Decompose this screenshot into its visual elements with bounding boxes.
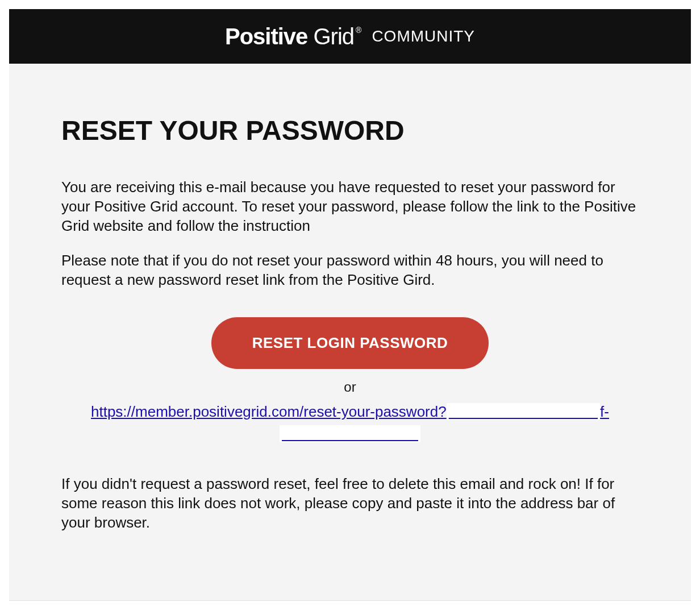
link-text-redacted-1: tk=7a068261-06bf-452 xyxy=(447,403,600,420)
content-area: RESET YOUR PASSWORD You are receiving th… xyxy=(9,64,691,600)
page-title: RESET YOUR PASSWORD xyxy=(61,115,639,146)
link-text-redacted-2: b765-a2480668687b xyxy=(280,425,420,442)
email-container: Positive Grid ® COMMUNITY RESET YOUR PAS… xyxy=(9,9,691,601)
link-text-prefix: https://member.positivegrid.com/reset-yo… xyxy=(91,403,447,420)
footer-paragraph: If you didn't request a password reset, … xyxy=(61,475,639,532)
community-label: COMMUNITY xyxy=(372,27,475,45)
expiry-paragraph: Please note that if you do not reset you… xyxy=(61,251,639,290)
reset-password-button[interactable]: RESET LOGIN PASSWORD xyxy=(211,317,489,369)
header-bar: Positive Grid ® COMMUNITY xyxy=(9,9,691,64)
or-separator: or xyxy=(61,379,639,395)
brand-logo: Positive Grid ® xyxy=(225,24,361,49)
reset-password-link[interactable]: https://member.positivegrid.com/reset-yo… xyxy=(77,401,623,445)
cta-wrap: RESET LOGIN PASSWORD xyxy=(61,317,639,369)
link-text-mid: f- xyxy=(600,403,609,420)
intro-paragraph: You are receiving this e-mail because yo… xyxy=(61,178,639,235)
registered-mark-icon: ® xyxy=(356,26,361,35)
brand-wordmark: Positive Grid xyxy=(225,24,354,49)
